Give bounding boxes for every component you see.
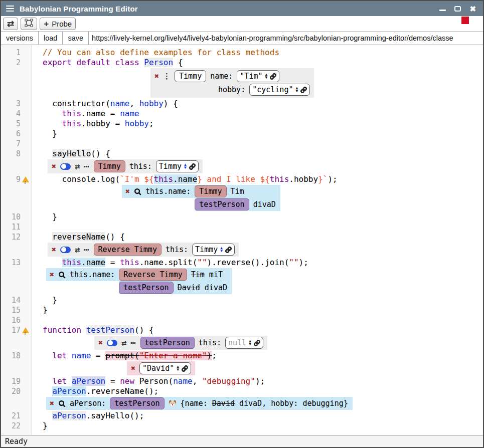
value-dropdown[interactable]: Timmy▲▼: [192, 244, 235, 256]
stepper-arrows-icon[interactable]: ▲▼: [184, 163, 187, 170]
code-text[interactable]: }: [32, 305, 48, 315]
code-text[interactable]: sayHello() {: [32, 149, 110, 159]
code-editor[interactable]: 1// You can also define examples for cla…: [1, 45, 483, 435]
close-button[interactable]: ✖: [469, 5, 476, 13]
delete-icon[interactable]: ✖: [52, 163, 56, 170]
link-icon[interactable]: [300, 87, 307, 93]
example-badge[interactable]: Timmy: [94, 160, 125, 172]
example-widget: ✖⋮Timmyname:"Tim"▲▼hobby:"cycling"▲▼: [150, 68, 314, 98]
link-icon[interactable]: [225, 247, 232, 253]
toggle-icon[interactable]: [60, 163, 71, 170]
code-text[interactable]: let name = prompt("Enter a name");: [32, 351, 217, 361]
link-icon[interactable]: [254, 340, 260, 346]
gutter-spacer: [1, 268, 32, 295]
delete-icon[interactable]: ✖: [50, 271, 54, 279]
this-label: this:: [166, 245, 188, 254]
code-text[interactable]: function testPerson() {: [32, 325, 154, 335]
value-dropdown[interactable]: "David"▲▼: [139, 362, 191, 374]
code-text[interactable]: }: [32, 421, 48, 431]
delete-icon[interactable]: ✖: [98, 339, 103, 347]
code-text[interactable]: }: [32, 212, 57, 222]
code-text[interactable]: [32, 222, 43, 232]
code-line: 5 this.hobby = hobby;: [1, 119, 483, 129]
code-text[interactable]: constructor(name, hobby) {: [32, 99, 178, 109]
probe-result-row: testPersonDavid divaD: [119, 281, 232, 294]
value-dropdown[interactable]: "cycling"▲▼: [249, 84, 310, 96]
url-field[interactable]: https://lively-kernel.org/lively4/lively…: [89, 32, 483, 45]
delete-icon[interactable]: ✖: [131, 365, 135, 372]
link-icon[interactable]: [189, 163, 196, 170]
example-badge[interactable]: testPerson: [195, 198, 249, 210]
dog-icon: [169, 399, 177, 407]
swap-examples-button[interactable]: ⇄: [3, 18, 18, 30]
warning-slot: [22, 388, 30, 395]
warning-icon: !: [22, 176, 29, 182]
code-text[interactable]: export default class Person {: [32, 58, 183, 68]
toggle-icon[interactable]: [60, 247, 71, 253]
code-text[interactable]: [32, 315, 43, 325]
toggle-icon[interactable]: [107, 340, 117, 346]
stepper-arrows-icon[interactable]: ▲▼: [220, 247, 223, 253]
search-icon[interactable]: [58, 271, 66, 279]
add-probe-button[interactable]: + Probe: [40, 18, 76, 30]
code-line: 21 aPerson.sayHello();: [1, 411, 483, 421]
probe-result-row: testPerson{name: David divaD, hobby: deb…: [110, 397, 352, 410]
code-text[interactable]: // You can also define examples for clas…: [32, 48, 279, 58]
value-dropdown[interactable]: null▲▼: [225, 337, 263, 349]
code-text[interactable]: this.name = this.name.split("").reverse(…: [32, 258, 308, 268]
example-badge[interactable]: Reverse Timmy: [94, 244, 162, 256]
code-text[interactable]: }: [32, 129, 57, 139]
more-icon[interactable]: ⋯: [84, 245, 89, 255]
stepper-arrows-icon[interactable]: ▲▼: [177, 365, 179, 372]
line-gutter: 4: [1, 109, 32, 119]
stepper-arrows-icon[interactable]: ▲▼: [249, 340, 251, 346]
code-text[interactable]: this.hobby = hobby;: [32, 119, 154, 129]
search-icon[interactable]: [134, 188, 141, 195]
load-button[interactable]: load: [39, 32, 63, 45]
versions-button[interactable]: versions: [1, 32, 39, 45]
warning-slot: [22, 59, 30, 67]
delete-icon[interactable]: ✖: [52, 246, 56, 254]
code-area[interactable]: 1// You can also define examples for cla…: [1, 45, 483, 431]
value-dropdown[interactable]: "Tim"▲▼: [237, 70, 279, 82]
toggle-knob: [61, 164, 66, 169]
code-text[interactable]: [32, 139, 43, 149]
hamburger-menu-icon[interactable]: [6, 6, 14, 12]
swap-icon[interactable]: ⇄: [75, 161, 80, 171]
selection-button[interactable]: [21, 18, 37, 30]
status-text: Ready: [5, 437, 28, 446]
maximize-button[interactable]: [454, 6, 461, 12]
menu-dots-icon[interactable]: ⋮: [163, 72, 171, 81]
code-text[interactable]: this.name = name: [32, 109, 139, 119]
minimize-button[interactable]: [439, 10, 446, 11]
value-dropdown[interactable]: Timmy▲▼: [156, 160, 199, 172]
warning-slot: [22, 317, 30, 324]
example-badge[interactable]: testPerson: [110, 397, 164, 409]
search-icon[interactable]: [58, 400, 66, 407]
code-text[interactable]: reverseName() {: [32, 232, 125, 242]
save-button[interactable]: save: [63, 32, 89, 45]
link-icon[interactable]: [270, 73, 276, 80]
code-text[interactable]: let aPerson = new Person(name, "debuggin…: [32, 376, 265, 386]
code-text[interactable]: }: [32, 295, 57, 305]
warning-slot: [22, 297, 30, 304]
more-icon[interactable]: ⋯: [130, 338, 136, 348]
link-icon[interactable]: [182, 365, 188, 372]
delete-icon[interactable]: ✖: [50, 400, 54, 407]
code-text[interactable]: console.log(`I'm ${this.name} and I like…: [32, 174, 338, 184]
example-badge[interactable]: testPerson: [140, 337, 195, 349]
swap-icon[interactable]: ⇄: [121, 338, 126, 348]
code-text[interactable]: aPerson.reverseName();: [32, 386, 158, 396]
stepper-arrows-icon[interactable]: ▲▼: [265, 73, 268, 80]
more-icon[interactable]: ⋯: [84, 161, 89, 171]
delete-icon[interactable]: ✖: [154, 73, 159, 80]
example-badge[interactable]: testPerson: [119, 282, 173, 294]
example-name-button[interactable]: Timmy: [175, 70, 206, 82]
line-number: 16: [1, 315, 21, 325]
swap-icon[interactable]: ⇄: [75, 245, 80, 255]
example-badge[interactable]: Timmy: [195, 185, 226, 197]
delete-icon[interactable]: ✖: [125, 188, 130, 195]
stepper-arrows-icon[interactable]: ▲▼: [295, 87, 298, 93]
code-text[interactable]: aPerson.sayHello();: [32, 411, 144, 421]
example-badge[interactable]: Reverse Timmy: [119, 269, 187, 281]
